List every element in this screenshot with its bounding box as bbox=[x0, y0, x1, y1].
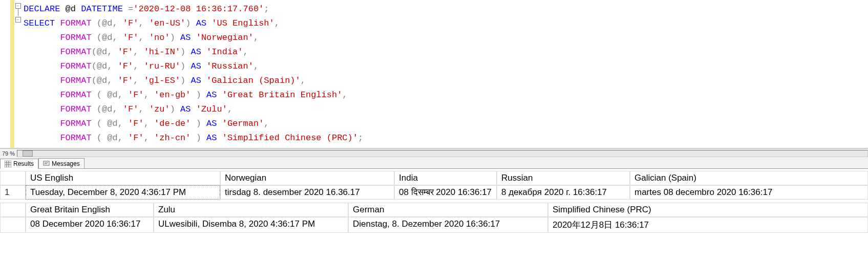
tab-messages[interactable]: Messages bbox=[38, 158, 84, 168]
results-grid-1[interactable]: US English Norwegian India Russian Galic… bbox=[0, 171, 868, 200]
grid-cell[interactable]: 08 दिसम्बर 2020 16:36:17 bbox=[394, 185, 497, 200]
column-header[interactable]: German bbox=[348, 203, 548, 217]
svg-rect-0 bbox=[5, 161, 11, 167]
grid-cell[interactable]: martes 08 decembro 2020 16:36:17 bbox=[630, 185, 868, 200]
scrollbar-thumb[interactable] bbox=[23, 150, 33, 157]
grid-cell[interactable]: 08 December 2020 16:36:17 bbox=[26, 217, 154, 233]
code-text[interactable]: DECLARE @d DATETIME ='2020-12-08 16:36:1… bbox=[22, 0, 868, 148]
grid-cell[interactable]: tirsdag 8. desember 2020 16.36.17 bbox=[220, 185, 394, 200]
grid-cell[interactable]: 8 декабря 2020 г. 16:36:17 bbox=[497, 185, 630, 200]
horizontal-scrollbar[interactable] bbox=[17, 150, 868, 157]
editor-gutter bbox=[0, 0, 10, 148]
grid-icon bbox=[5, 161, 11, 167]
zoom-level: 79 % bbox=[0, 150, 17, 157]
column-header[interactable]: US English bbox=[26, 171, 220, 185]
results-tabs: Results Messages bbox=[0, 158, 868, 169]
column-header[interactable]: Norwegian bbox=[220, 171, 394, 185]
column-header[interactable]: India bbox=[394, 171, 497, 185]
fold-gutter: − − bbox=[14, 0, 22, 148]
grid-cell[interactable]: ULwesibili, Disemba 8, 2020 4:36:17 PM bbox=[154, 217, 348, 233]
code-editor[interactable]: − − DECLARE @d DATETIME ='2020-12-08 16:… bbox=[0, 0, 868, 148]
results-grid-2[interactable]: Great Britain English Zulu German Simpli… bbox=[0, 203, 868, 233]
column-header[interactable]: Zulu bbox=[154, 203, 348, 217]
messages-icon bbox=[43, 160, 50, 167]
column-header[interactable]: Great Britain English bbox=[26, 203, 154, 217]
grid-cell[interactable]: Dienstag, 8. Dezember 2020 16:36:17 bbox=[348, 217, 548, 233]
grid-cell[interactable]: Tuesday, December 8, 2020 4:36:17 PM bbox=[26, 185, 220, 200]
row-number[interactable] bbox=[0, 217, 26, 233]
row-number[interactable]: 1 bbox=[0, 185, 26, 200]
fold-toggle-icon[interactable]: − bbox=[15, 17, 21, 23]
zoom-bar: 79 % bbox=[0, 148, 868, 158]
tab-label: Messages bbox=[52, 160, 80, 167]
row-header-corner bbox=[0, 171, 26, 185]
tab-label: Results bbox=[13, 160, 34, 167]
svg-rect-5 bbox=[44, 161, 49, 165]
change-indicator bbox=[10, 0, 14, 148]
column-header[interactable]: Russian bbox=[497, 171, 630, 185]
row-header-corner bbox=[0, 203, 26, 217]
fold-toggle-icon[interactable]: − bbox=[15, 3, 21, 9]
tab-results[interactable]: Results bbox=[0, 159, 38, 169]
column-header[interactable]: Galician (Spain) bbox=[630, 171, 868, 185]
column-header[interactable]: Simplified Chinese (PRC) bbox=[548, 203, 868, 217]
grid-cell[interactable]: 2020年12月8日 16:36:17 bbox=[548, 217, 868, 233]
results-pane: US English Norwegian India Russian Galic… bbox=[0, 169, 868, 233]
